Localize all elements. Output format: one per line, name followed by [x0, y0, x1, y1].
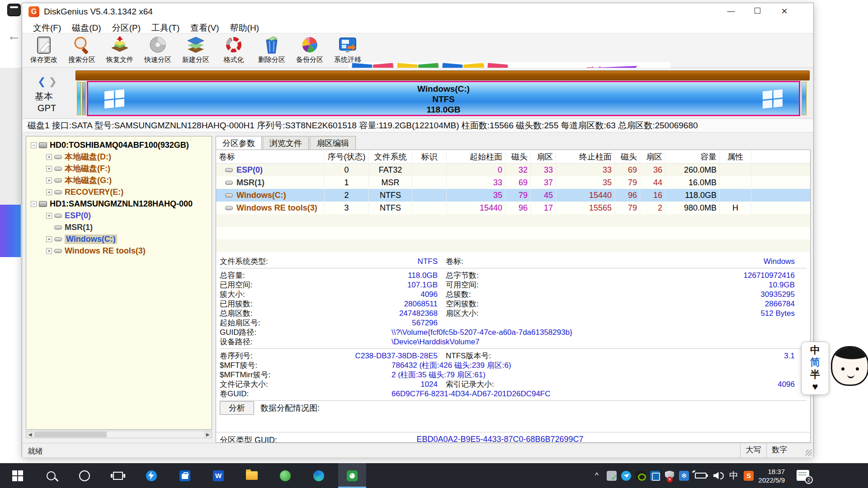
tray-volume-icon[interactable] [712, 463, 725, 488]
tree-item[interactable]: −HD1:SAMSUNGMZNLN128HAHQ-000 [26, 198, 212, 210]
winre-partition-block[interactable] [802, 82, 807, 115]
new-partition-icon [186, 35, 206, 55]
detail-row: 簇大小:4096总簇数:30935295 [220, 290, 807, 299]
file-explorer-button[interactable] [238, 463, 266, 488]
back-arrow-icon[interactable]: ← [7, 28, 21, 43]
tree-item[interactable]: +Windows RE tools(3) [26, 245, 212, 257]
table-cell: 260.0MB [665, 164, 720, 176]
start-button[interactable] [4, 463, 32, 488]
new-partition-button[interactable]: 新建分区 [178, 34, 214, 67]
notification-center-icon[interactable]: 2 [797, 470, 809, 481]
tree-horizontal-scrollbar[interactable]: ◀ ▶ [26, 431, 212, 438]
resize-grip[interactable] [806, 450, 812, 456]
collapse-icon[interactable]: − [31, 142, 37, 148]
tab-1[interactable]: 浏览文件 [263, 136, 309, 150]
tree-item[interactable]: +ESP(0) [26, 210, 212, 221]
word-app-button[interactable]: W [204, 463, 232, 488]
desktop-wallpaper-sliver [0, 205, 21, 257]
table-cell: 96 [505, 202, 531, 214]
scrollbar-thumb[interactable] [34, 432, 107, 437]
tree-item[interactable]: −HD0:TOSHIBAMQ04ABF100(932GB) [26, 139, 212, 151]
partition-name: Windows(C:) [88, 84, 799, 94]
quick-partition-button[interactable]: 快速分区 [140, 34, 176, 67]
tree-item[interactable]: +RECOVERY(E:) [26, 186, 212, 198]
disk-header-bar[interactable] [75, 70, 810, 80]
esp-partition-block[interactable] [77, 82, 81, 115]
scroll-right-arrow-icon[interactable]: ▶ [204, 431, 212, 438]
tree-item[interactable]: +MSR(1) [26, 221, 212, 233]
close-button[interactable]: ✕ [772, 3, 797, 19]
tree-item[interactable]: +本地磁盘(G:) [26, 174, 212, 186]
taskbar-search-button[interactable] [37, 463, 65, 488]
search-partition-button[interactable]: 搜索分区 [64, 34, 100, 67]
table-row[interactable]: MSR(1)1MSR33693735794416.0MB [216, 176, 810, 189]
next-disk-arrow-icon[interactable]: ❯ [49, 76, 57, 87]
task-view-button[interactable] [104, 463, 132, 488]
detail-label: 卷GUID: [220, 389, 328, 399]
collapse-icon[interactable]: − [31, 201, 37, 207]
expand-icon[interactable]: + [46, 236, 52, 242]
detail-value: 107.1GB [328, 280, 438, 290]
tree-item[interactable]: +Windows(C:) [26, 233, 212, 245]
tree-item[interactable]: +本地磁盘(F:) [26, 163, 212, 174]
store-app-button[interactable] [171, 463, 199, 488]
tray-intel-graphics-icon[interactable] [648, 463, 662, 488]
edge-browser-button[interactable] [305, 463, 333, 488]
table-cell: 0 [447, 164, 505, 176]
expand-icon[interactable]: + [46, 166, 52, 172]
tab-0[interactable]: 分区参数 [216, 136, 262, 150]
analyze-button[interactable]: 分析 [220, 401, 254, 415]
diskgenius-taskbar-button[interactable] [338, 463, 366, 488]
table-cell: 33 [447, 176, 505, 189]
tray-sogou-icon[interactable]: S [741, 463, 756, 488]
msr-partition-block[interactable] [82, 82, 86, 115]
taskbar-clock[interactable]: 18:37 2022/5/9 [759, 463, 785, 488]
table-cell: 16.0MB [665, 176, 720, 189]
minimize-button[interactable]: — [718, 3, 744, 19]
prev-disk-arrow-icon[interactable]: ❮ [38, 76, 46, 87]
partition-size: 118.0GB [88, 104, 799, 115]
windows-c-partition-block[interactable]: Windows(C:) NTFS 118.0GB [87, 81, 800, 116]
detail-row: 起始扇区号:567296 [220, 318, 807, 328]
detail-row: 文件记录大小:1024索引记录大小:4096 [220, 380, 807, 389]
expand-icon[interactable]: + [46, 154, 52, 160]
column-header: 属性 [720, 150, 751, 163]
backup-partition-button[interactable]: 备份分区 [292, 34, 328, 67]
scroll-left-arrow-icon[interactable]: ◀ [26, 431, 34, 438]
table-row[interactable]: ESP(0)0FAT3203233336936260.0MB [216, 164, 810, 176]
detail-label: 卷标: [438, 257, 551, 266]
volume-cell: Windows RE tools(3) [216, 202, 325, 214]
recover-files-button[interactable]: 恢复文件 [102, 34, 138, 67]
format-button[interactable]: 格式化 [216, 34, 252, 67]
thunder-app-button[interactable] [137, 463, 165, 488]
volume-label: Windows RE tools(3) [236, 203, 317, 213]
main-content: −HD0:TOSHIBAMQ04ABF100(932GB)+本地磁盘(D:)+本… [22, 132, 813, 443]
ime-float-widget[interactable]: 中简半♥ [801, 342, 829, 395]
tree-item-label: ESP(0) [65, 211, 91, 221]
expand-icon[interactable]: + [46, 248, 52, 254]
expand-icon[interactable]: + [46, 189, 52, 195]
filesystem-details: 文件系统类型:NTFS卷标:Windows总容量:118.0GB总字节数:126… [216, 257, 810, 403]
tray-security-alert-icon[interactable]: ✕ [663, 463, 676, 488]
expand-icon[interactable]: + [46, 213, 52, 219]
table-row[interactable]: Windows(C:)2NTFS357945154409616118.0GB [216, 189, 810, 202]
tray-nvidia-icon[interactable] [634, 463, 647, 488]
detail-label: NTFS版本号: [438, 351, 551, 361]
tray-snowflake-icon[interactable]: ❄ [677, 463, 691, 488]
tray-power-icon[interactable] [692, 463, 710, 488]
tab-2[interactable]: 扇区编辑 [310, 136, 356, 150]
table-row[interactable]: Windows RE tools(3)3NTFS1544096171556579… [216, 202, 810, 214]
tray-expand-button[interactable]: ^ [590, 463, 603, 488]
cortana-button[interactable] [71, 463, 99, 488]
tray-ime-icon[interactable]: 中 [727, 463, 741, 488]
expand-icon[interactable]: + [46, 178, 52, 183]
detail-label: 卷序列号: [220, 351, 328, 361]
tray-messenger-icon[interactable] [619, 463, 633, 488]
maximize-button[interactable] [745, 3, 770, 19]
tray-driver-icon[interactable] [605, 463, 618, 488]
tree-item[interactable]: +本地磁盘(D:) [26, 151, 212, 163]
browser-360-button[interactable] [271, 463, 299, 488]
delete-partition-button[interactable]: 删除分区 [254, 34, 290, 67]
save-changes-button[interactable]: 保存更改 [26, 34, 62, 67]
column-header: 容量 [665, 150, 720, 163]
